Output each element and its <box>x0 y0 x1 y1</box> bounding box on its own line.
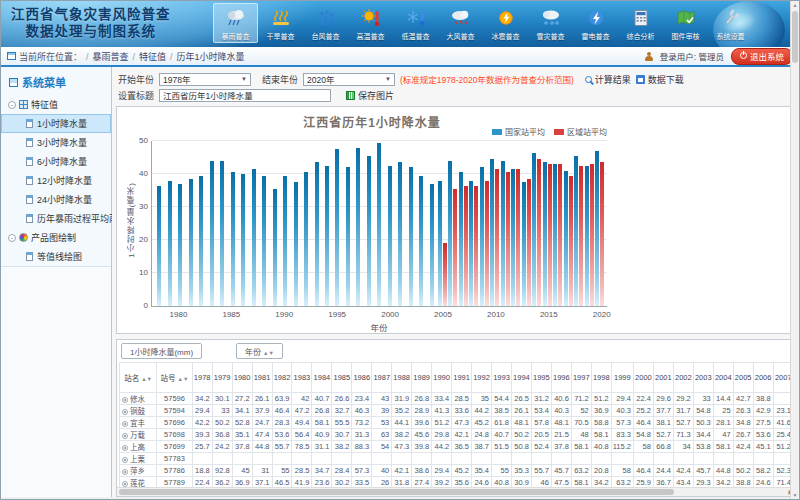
toolbar-comprehensive-analysis[interactable]: 综合分析 <box>618 3 663 43</box>
year-column-header[interactable]: 1999 <box>611 363 633 393</box>
year-group-header[interactable]: 年份▲▼ <box>236 343 283 359</box>
year-column-header[interactable]: 2006 <box>753 363 773 393</box>
regional-station-bar <box>495 169 499 306</box>
toolbar-map-review[interactable]: 图件审核 <box>663 3 708 43</box>
year-column-header[interactable]: 1979 <box>212 363 232 393</box>
year-column-header[interactable]: 1987 <box>372 363 392 393</box>
year-column-header[interactable]: 1998 <box>591 363 611 393</box>
station-id-header[interactable]: 站号▲▼ <box>157 363 192 393</box>
row-expand-icon[interactable] <box>122 397 128 403</box>
year-column-header[interactable]: 2003 <box>693 363 713 393</box>
value-cell: 31.1 <box>312 441 332 453</box>
toolbar-low-temp-census[interactable]: 低温普查 <box>393 3 438 43</box>
year-column-header[interactable]: 1978 <box>192 363 212 393</box>
year-column-header[interactable]: 1991 <box>452 363 472 393</box>
year-column-header[interactable]: 1997 <box>571 363 591 393</box>
year-column-header[interactable]: 1981 <box>252 363 272 393</box>
station-name-header[interactable]: 站名▲▼ <box>120 363 157 393</box>
year-column-header[interactable]: 1995 <box>531 363 551 393</box>
national-station-bar <box>388 166 392 306</box>
station-name-cell[interactable]: 萍乡 <box>120 465 157 477</box>
tree-item-6小时降水量[interactable]: 6小时降水量 <box>1 152 111 171</box>
end-year-select[interactable]: 2020年▼ <box>303 73 395 86</box>
year-column-header[interactable]: 2005 <box>733 363 753 393</box>
regional-station-bar <box>590 164 594 306</box>
toolbar-high-temp-census[interactable]: 高温普查 <box>348 3 393 43</box>
tree-item-产品图绘制[interactable]: -产品图绘制 <box>1 228 111 247</box>
bar-group-2018 <box>573 141 583 306</box>
station-name-cell[interactable]: 铜鼓 <box>120 405 157 417</box>
year-column-header[interactable]: 1986 <box>352 363 372 393</box>
year-column-header[interactable]: 1989 <box>412 363 432 393</box>
year-column-header[interactable]: 1992 <box>472 363 492 393</box>
toolbar-lightning-census[interactable]: 雷电普查 <box>573 3 618 43</box>
save-image-button[interactable]: 保存图片 <box>346 89 394 102</box>
value-cell: 50.2 <box>733 465 753 477</box>
start-year-select[interactable]: 1978年▼ <box>159 73 251 86</box>
horizontal-scrollbar[interactable]: ▶ <box>117 487 794 496</box>
logout-button[interactable]: 退出系统 <box>731 48 793 65</box>
tree-item-历年暴雨过程平均雨量[interactable]: 历年暴雨过程平均雨量 <box>1 209 111 228</box>
row-expand-icon[interactable] <box>122 469 128 475</box>
year-column-header[interactable]: 1993 <box>492 363 512 393</box>
row-expand-icon[interactable] <box>122 457 128 463</box>
toolbar-hail-census[interactable]: 冰雹普查 <box>483 3 528 43</box>
year-column-header[interactable]: 2001 <box>653 363 673 393</box>
year-column-header[interactable]: 1994 <box>511 363 531 393</box>
year-column-header[interactable]: 2000 <box>633 363 653 393</box>
year-column-header[interactable]: 1990 <box>432 363 452 393</box>
vertical-scrollbar[interactable]: ▲ ▼ <box>790 1 799 499</box>
toolbar-rainstorm-census[interactable]: 暴雨普查 <box>213 3 258 43</box>
scroll-up-arrow[interactable]: ▲ <box>791 2 799 8</box>
value-cell: 39.8 <box>412 441 432 453</box>
tree-item-3小时降水量[interactable]: 3小时降水量 <box>1 133 111 152</box>
toolbar-system-settings[interactable]: 系统设置 <box>708 3 753 43</box>
year-column-header[interactable]: 2002 <box>673 363 693 393</box>
breadcrumb-item[interactable]: 历年1小时降水量 <box>177 52 245 62</box>
scrollbar-thumb[interactable] <box>792 11 798 63</box>
row-expand-icon[interactable] <box>122 409 128 415</box>
tree-item-24小时降水量[interactable]: 24小时降水量 <box>1 190 111 209</box>
station-name-cell[interactable]: 万载 <box>120 429 157 441</box>
toolbar-snow-census[interactable]: 雪灾普查 <box>528 3 573 43</box>
station-name-cell[interactable]: 宜丰 <box>120 417 157 429</box>
row-expand-icon[interactable] <box>122 445 128 451</box>
station-name-cell[interactable]: 修水 <box>120 393 157 405</box>
tree-item-等值线绘图[interactable]: 等值线绘图 <box>1 247 111 266</box>
expander-icon[interactable]: - <box>8 234 16 242</box>
row-expand-icon[interactable] <box>122 433 128 439</box>
breadcrumb-item[interactable]: 特征值 <box>139 52 166 62</box>
tree-item-特征值[interactable]: -特征值 <box>1 95 111 114</box>
year-column-header[interactable]: 1988 <box>392 363 412 393</box>
calculate-button[interactable]: 计算结果 <box>585 73 631 86</box>
chart-title-input[interactable] <box>159 89 331 102</box>
station-name-cell[interactable]: 上栗 <box>120 453 157 465</box>
value-cell: 58.8 <box>591 417 611 429</box>
year-column-header[interactable]: 1983 <box>292 363 312 393</box>
value-cell: 44.8 <box>252 441 272 453</box>
year-column-header[interactable]: 1982 <box>272 363 292 393</box>
scrollbar-thumb[interactable] <box>119 489 674 495</box>
row-expand-icon[interactable] <box>122 421 128 427</box>
value-cell: 56.4 <box>292 429 312 441</box>
year-column-header[interactable]: 1984 <box>312 363 332 393</box>
year-column-header[interactable]: 1980 <box>232 363 252 393</box>
toolbar-drought-census[interactable]: 干旱普查 <box>258 3 303 43</box>
toolbar-label: 雷电普查 <box>582 31 610 41</box>
tree-item-label: 6小时降水量 <box>37 155 87 168</box>
year-column-header[interactable]: 2004 <box>713 363 733 393</box>
station-name-cell[interactable]: 上高 <box>120 441 157 453</box>
toolbar-gale-census[interactable]: 大风普查 <box>438 3 483 43</box>
year-column-header[interactable]: 1996 <box>551 363 571 393</box>
toolbar-typhoon-census[interactable]: 台风普查 <box>303 3 348 43</box>
unit-filter-box[interactable]: 1小时降水量(mm) <box>121 343 202 359</box>
scroll-down-arrow[interactable]: ▼ <box>791 492 799 498</box>
download-button[interactable]: 数据下载 <box>636 73 684 86</box>
location-icon <box>7 52 16 60</box>
year-column-header[interactable]: 1985 <box>332 363 352 393</box>
tree-item-12小时降水量[interactable]: 12小时降水量 <box>1 171 111 190</box>
breadcrumb-item[interactable]: 暴雨普查 <box>93 52 129 62</box>
expander-icon[interactable]: - <box>8 101 16 109</box>
value-cell: 42.7 <box>733 393 753 405</box>
tree-item-1小时降水量[interactable]: 1小时降水量 <box>1 114 111 133</box>
